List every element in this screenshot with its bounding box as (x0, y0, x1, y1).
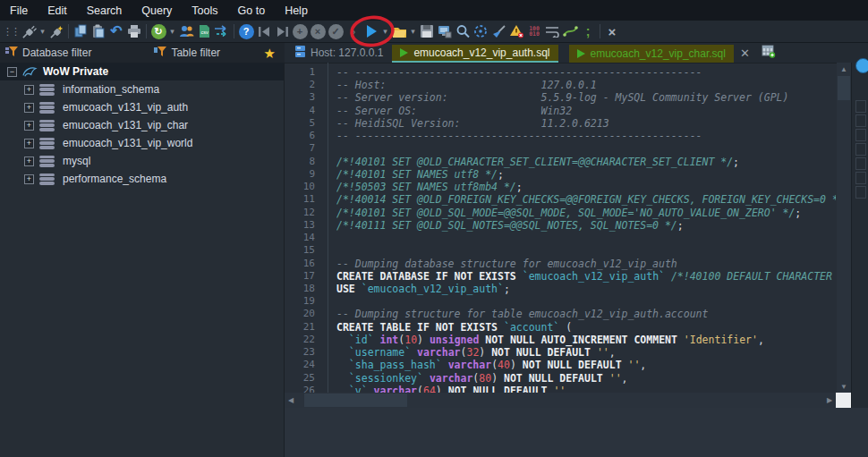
line-number: 21 (285, 321, 328, 334)
tree-node-information_schema[interactable]: +information_schema (0, 80, 284, 98)
save-icon[interactable] (418, 21, 436, 41)
server-icon (295, 46, 305, 61)
favorites-star-icon[interactable]: ★ (264, 47, 276, 60)
filter-bar: Database filter Table filter ★ (0, 43, 285, 63)
status-dot-icon (855, 58, 868, 73)
line-number: 23 (285, 346, 328, 359)
expand-icon[interactable]: + (24, 103, 34, 113)
record-cancel-icon[interactable]: × (309, 21, 327, 41)
database-icon (39, 156, 55, 167)
line-number: 17 (285, 270, 328, 283)
expand-icon[interactable]: + (24, 157, 34, 166)
horizontal-scroll-thumb[interactable] (304, 394, 407, 407)
open-file-icon[interactable] (390, 21, 408, 41)
paste-icon[interactable] (89, 21, 107, 41)
scroll-up-icon[interactable]: ▲ (837, 63, 851, 75)
tree-node-emucoach_v131_vip_char[interactable]: +emucoach_v131_vip_char (0, 116, 284, 134)
expand-icon[interactable]: + (24, 174, 34, 184)
menu-file[interactable]: File (0, 0, 38, 21)
help-icon[interactable]: ? (237, 21, 255, 41)
code-line-2: -- Host: 127.0.0.1 (336, 79, 836, 91)
tree-node-performance_schema[interactable]: +performance_schema (0, 170, 284, 188)
scroll-right-icon[interactable]: ▶ (823, 393, 836, 408)
menu-edit[interactable]: Edit (38, 0, 77, 21)
tree-node-session[interactable]: −WoW Private (0, 63, 284, 80)
word-wrap-icon[interactable] (543, 21, 561, 41)
run-icon[interactable] (362, 21, 380, 41)
chevron-down-icon[interactable]: ▾ (408, 21, 418, 41)
tab-query-char[interactable]: emucoach_v12_vip_char.sql (569, 45, 734, 63)
scrollbar-corner (836, 393, 851, 408)
search-icon[interactable] (454, 21, 472, 41)
database-filter-icon (5, 46, 18, 60)
new-query-tab-icon[interactable] (762, 45, 776, 61)
line-number: 9 (285, 168, 328, 181)
menu-query[interactable]: Query (132, 0, 182, 21)
nav-first-icon[interactable] (255, 21, 273, 41)
menu-go-to[interactable]: Go to (228, 0, 276, 21)
record-add-icon[interactable]: + (291, 21, 309, 41)
connect-icon[interactable] (20, 21, 38, 41)
delimiter-icon[interactable]: ; (579, 21, 597, 41)
code-line-4: -- Server OS: Win32 (336, 105, 836, 117)
menu-search[interactable]: Search (77, 0, 132, 21)
chevron-right-icon[interactable]: › (345, 21, 362, 41)
print-icon[interactable] (125, 21, 143, 41)
tab-query-auth[interactable]: emucoach_v12_vip_auth.sql (392, 45, 557, 63)
chevron-down-icon[interactable]: ▾ (38, 21, 47, 41)
line-number: 10 (285, 181, 328, 193)
binary-icon[interactable]: 100010 (525, 21, 543, 41)
user-manager-icon[interactable] (177, 21, 195, 41)
copy-icon[interactable] (72, 21, 89, 41)
code-line-21: CREATE TABLE IF NOT EXISTS `account` ( (336, 321, 836, 334)
chevron-down-icon[interactable]: ▾ (167, 21, 177, 41)
tree-node-mysql[interactable]: +mysql (0, 152, 284, 170)
scroll-down-icon[interactable]: ▼ (837, 380, 851, 393)
data-flow-icon[interactable] (213, 21, 231, 41)
tab-host[interactable]: Host: 127.0.0.1 (285, 43, 392, 63)
tree-node-emucoach_v131_vip_auth[interactable]: +emucoach_v131_vip_auth (0, 98, 284, 116)
nav-last-icon[interactable] (273, 21, 291, 41)
run-tab-icon (400, 48, 408, 57)
export-csv-icon[interactable]: csv (195, 21, 213, 41)
code-area[interactable]: -- -------------------------------------… (336, 63, 836, 393)
expand-icon[interactable]: + (24, 121, 34, 131)
vertical-scroll-thumb[interactable] (838, 76, 850, 100)
database-tree: −WoW Private+information_schema+emucoach… (0, 63, 285, 457)
chevron-down-icon[interactable]: ▾ (380, 21, 390, 41)
code-line-15 (336, 244, 836, 257)
close-tab-icon[interactable]: ✕ (734, 47, 756, 60)
close-panel-icon[interactable]: × (603, 21, 621, 41)
reformat-icon[interactable] (489, 21, 507, 41)
table-filter[interactable]: Table filter (149, 46, 226, 60)
record-save-icon[interactable]: ✓ (327, 21, 345, 41)
tab-query-auth-label: emucoach_v12_vip_auth.sql (413, 47, 549, 59)
table-filter-label: Table filter (171, 47, 220, 59)
code-line-6: -- -------------------------------------… (336, 130, 836, 142)
database-icon (39, 120, 55, 131)
stop-errors-icon[interactable] (507, 21, 525, 41)
bind-params-icon[interactable] (561, 21, 579, 41)
expand-icon[interactable]: + (24, 85, 34, 95)
toolbar-separator (143, 24, 149, 38)
tree-node-emucoach_v131_vip_world[interactable]: +emucoach_v131_vip_world (0, 134, 284, 152)
database-filter[interactable]: Database filter (0, 46, 97, 60)
sql-editor[interactable]: 1234567891011121314151617181920212223242… (285, 63, 851, 408)
code-line-9: /*!40101 SET NAMES utf8 */; (336, 168, 836, 181)
vertical-scrollbar[interactable]: ▲ ▼ (837, 63, 851, 393)
disconnect-icon[interactable] (47, 21, 65, 41)
menu-help[interactable]: Help (275, 0, 318, 21)
save-snippet-icon[interactable] (436, 21, 454, 41)
undo-icon[interactable]: ↶ (107, 21, 125, 41)
find-replace-icon[interactable] (472, 21, 489, 41)
scroll-left-icon[interactable]: ◀ (285, 393, 297, 408)
refresh-icon[interactable]: ↻ (149, 21, 167, 41)
grip-handle[interactable]: ⋮⋮ (2, 21, 20, 41)
line-number: 18 (285, 283, 328, 295)
code-line-19 (336, 295, 836, 308)
menu-tools[interactable]: Tools (182, 0, 227, 21)
code-line-3: -- Server version: 5.5.9-log - MySQL Com… (336, 91, 836, 104)
expand-icon[interactable]: + (24, 139, 34, 148)
collapse-icon[interactable]: − (7, 67, 17, 77)
horizontal-scrollbar[interactable]: ◀ ▶ (285, 393, 836, 408)
